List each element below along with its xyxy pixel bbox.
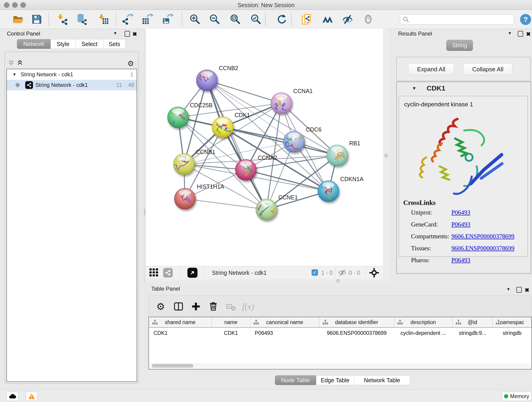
results-panel-collapse-icon[interactable]: ▼ [508, 31, 512, 36]
column-header-canonical-name[interactable]: canonical name [250, 317, 319, 327]
column-header-namespac[interactable]: namespac [493, 317, 532, 327]
tab-node-table[interactable]: Node Table [275, 375, 316, 385]
apply-layout-icon[interactable] [275, 13, 288, 26]
warning-icon[interactable] [26, 392, 38, 401]
share-network-icon[interactable] [163, 268, 173, 278]
graph-edge-CCNB2-CCNA1[interactable] [207, 80, 281, 103]
import-network-file-icon[interactable] [56, 13, 69, 26]
table-settings-gear-icon[interactable]: ⚙ [155, 300, 167, 313]
graph-node-CDC25B[interactable]: CDC25B [166, 102, 212, 128]
column-header-@id[interactable]: @id [452, 317, 493, 327]
network-canvas[interactable]: CCNB2CCNA1CDC25BCDK1CDC6RB1CCNB1CCNA2CDK… [146, 29, 383, 266]
expand-all-networks-icon[interactable] [8, 60, 14, 65]
table-panel-float-icon[interactable] [516, 287, 522, 293]
export-table-icon[interactable] [141, 13, 154, 26]
crosslink-value-link[interactable]: P06493 [451, 257, 470, 264]
table-row[interactable]: CDK1CDK1P064939606.ENSP00000378699cyclin… [149, 328, 532, 338]
new-network-from-selection-icon[interactable] [301, 13, 313, 26]
control-panel-float-icon[interactable] [125, 31, 130, 37]
control-panel-collapse-icon[interactable]: ▼ [113, 31, 117, 36]
import-network-database-icon[interactable] [75, 13, 88, 26]
add-column-icon[interactable] [190, 300, 202, 313]
column-header-description[interactable]: description [394, 317, 452, 327]
tab-network-table[interactable]: Network Table [354, 375, 410, 385]
zoom-in-icon[interactable] [189, 13, 201, 26]
crosslink-value-link[interactable]: 9606.ENSP00000378699 [451, 245, 514, 252]
column-header-database-identifier[interactable]: database identifier [319, 317, 394, 327]
function-builder-icon[interactable]: f(x) [242, 300, 254, 313]
crosslink-value-link[interactable]: 9606.ENSP00000378699 [451, 233, 514, 240]
table-cell[interactable]: CDK1 [149, 328, 212, 338]
tab-select[interactable]: Select [76, 39, 104, 49]
import-table-icon[interactable] [97, 13, 109, 26]
tab-sets[interactable]: Sets [104, 39, 126, 49]
graph-edge-HIST1H1A-CCNE1[interactable] [185, 199, 266, 210]
network-row-selected[interactable]: String Network - cdk1 11 48 [7, 80, 137, 90]
scrollbar-thumb[interactable] [152, 364, 193, 368]
table-horizontal-scrollbar[interactable] [149, 363, 531, 369]
first-neighbors-icon[interactable] [321, 13, 334, 26]
hidden-eye-icon[interactable] [338, 269, 347, 277]
show-columns-icon[interactable] [172, 300, 184, 313]
collapse-all-networks-icon[interactable] [17, 60, 23, 65]
gene-collapse-icon[interactable]: ▼ [412, 86, 417, 91]
collection-expand-icon[interactable]: ▼ [12, 72, 17, 77]
save-session-icon[interactable] [30, 13, 43, 26]
table-cell[interactable]: 9606.ENSP00000378699 [319, 328, 394, 338]
table-panel-collapse-icon[interactable]: ▼ [506, 287, 510, 292]
expand-all-button[interactable]: Expand All [408, 63, 454, 75]
hide-selected-icon[interactable] [341, 13, 354, 26]
graph-node-RB1[interactable]: RB1 [327, 140, 360, 166]
results-panel-float-icon[interactable] [518, 31, 523, 37]
right-splitter[interactable] [383, 29, 389, 282]
grid-view-icon[interactable] [149, 268, 158, 278]
column-header-shared-name[interactable]: shared name [149, 317, 212, 327]
table-cell[interactable]: stringdb [493, 328, 532, 338]
horizontal-splitter[interactable] [146, 279, 383, 282]
table-cell[interactable]: stringdb:9... [452, 328, 493, 338]
graph-node-CCNA1[interactable]: CCNA1 [271, 88, 313, 114]
delete-table-icon[interactable] [225, 300, 237, 313]
results-panel-close-icon[interactable]: ✖ [526, 31, 531, 37]
graph-node-CDKN1A[interactable]: CDKN1A [318, 176, 364, 202]
column-header-name[interactable]: name [212, 317, 250, 327]
tab-style[interactable]: Style [51, 39, 76, 49]
left-splitter[interactable] [144, 29, 146, 282]
tab-edge-table[interactable]: Edge Table [316, 375, 354, 385]
zoom-fit-icon[interactable] [229, 13, 242, 26]
memory-button[interactable]: Memory [502, 392, 532, 401]
graph-node-CDK1[interactable]: CDK1 [212, 112, 250, 138]
export-image-icon[interactable] [162, 13, 174, 26]
table-panel-close-icon[interactable]: ✖ [525, 287, 529, 293]
export-network-icon[interactable] [121, 13, 134, 26]
show-all-icon[interactable] [362, 13, 375, 26]
zoom-out-icon[interactable] [208, 13, 221, 26]
selected-nodes-checkbox-icon[interactable]: ✓ [312, 269, 318, 276]
search-input[interactable] [409, 16, 509, 23]
table-cell[interactable]: CDK1 [212, 328, 250, 338]
graph-node-CCNB2[interactable]: CCNB2 [196, 65, 238, 91]
center-view-crosshair-icon[interactable] [369, 268, 379, 279]
gene-section-header[interactable]: ▼ CDK1 [397, 82, 531, 96]
network-collection-row[interactable]: ▼ String Network - cdk1 1 [7, 69, 137, 80]
graph-node-CCNB1[interactable]: CCNB1 [173, 149, 215, 175]
zoom-selected-icon[interactable] [249, 13, 262, 26]
graph-edge-CCNB2-CCNE1[interactable] [207, 80, 266, 210]
tab-string[interactable]: String [446, 40, 473, 51]
help-icon[interactable]: ? [520, 14, 531, 25]
crosslink-value-link[interactable]: P06493 [451, 221, 470, 228]
collapse-all-button[interactable]: Collapse All [463, 63, 512, 75]
birdseye-view-icon[interactable] [187, 268, 197, 278]
graph-node-HIST1H1A[interactable]: HIST1H1A [174, 181, 224, 209]
open-session-icon[interactable] [12, 13, 24, 26]
table-cell[interactable]: P06493 [250, 328, 319, 338]
control-panel-close-icon[interactable]: ✖ [133, 31, 137, 37]
cloud-icon[interactable] [6, 392, 18, 401]
crosslink-value-link[interactable]: P06493 [451, 209, 470, 216]
column-header-label: description [410, 319, 436, 325]
table-cell[interactable]: cyclin-dependent ... [394, 328, 452, 338]
network-list-options-gear-icon[interactable]: ⚙ [127, 59, 134, 68]
delete-column-trash-icon[interactable] [207, 300, 219, 313]
tab-network[interactable]: Network [17, 39, 51, 49]
toolbar-separator [265, 13, 266, 26]
